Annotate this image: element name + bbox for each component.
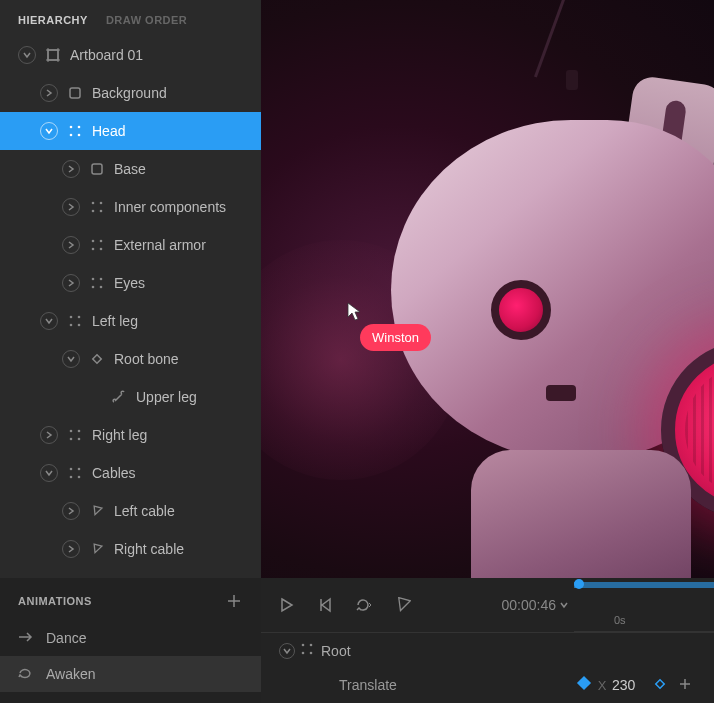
caret-right-icon[interactable] — [40, 84, 58, 102]
canvas-viewport[interactable] — [261, 0, 714, 578]
animation-item-awaken[interactable]: Awaken — [0, 656, 261, 692]
svg-point-18 — [100, 248, 103, 251]
tree-item-left-cable[interactable]: Left cable — [0, 492, 261, 530]
caret-down-icon[interactable] — [279, 643, 295, 659]
skip-start-button[interactable] — [317, 597, 333, 613]
chevron-down-icon — [560, 601, 568, 609]
play-button[interactable] — [279, 597, 295, 613]
tree-label: Eyes — [114, 275, 145, 291]
svg-point-29 — [78, 430, 81, 433]
svg-point-31 — [78, 438, 81, 441]
svg-point-6 — [70, 126, 73, 129]
svg-point-20 — [100, 278, 103, 281]
tree-item-inner-components[interactable]: Inner components — [0, 188, 261, 226]
hierarchy-tree: Artboard 01 Background Head Base Inner c… — [0, 36, 261, 578]
tree-item-right-cable[interactable]: Right cable — [0, 530, 261, 568]
timecode-value: 00:00:46 — [502, 597, 557, 613]
ruler-tick-label: 0s — [614, 614, 626, 626]
svg-point-36 — [302, 644, 305, 647]
tree-item-head[interactable]: Head — [0, 112, 261, 150]
tree-item-artboard[interactable]: Artboard 01 — [0, 36, 261, 74]
svg-point-15 — [92, 240, 95, 243]
animations-title: ANIMATIONS — [18, 595, 92, 607]
caret-down-icon[interactable] — [62, 350, 80, 368]
tree-label: Right cable — [114, 541, 184, 557]
animation-label: Awaken — [46, 666, 96, 682]
svg-point-21 — [92, 286, 95, 289]
translate-x-input[interactable] — [612, 677, 654, 693]
bone-icon — [110, 390, 128, 404]
group-icon — [66, 315, 84, 327]
tree-item-eyes[interactable]: Eyes — [0, 264, 261, 302]
svg-point-12 — [100, 202, 103, 205]
tab-hierarchy[interactable]: HIERARCHY — [18, 14, 88, 26]
tree-item-base[interactable]: Base — [0, 150, 261, 188]
add-keyframe-button[interactable] — [678, 677, 696, 694]
keyframe-toggle-button[interactable] — [654, 678, 672, 693]
svg-point-37 — [310, 644, 313, 647]
path-icon — [88, 542, 106, 556]
svg-point-28 — [70, 430, 73, 433]
axis-x-label: X — [592, 678, 612, 693]
timecode-display[interactable]: 00:00:46 — [502, 597, 569, 613]
animation-item-dance[interactable]: Dance — [0, 620, 261, 656]
loop-icon — [18, 666, 38, 683]
caret-right-icon[interactable] — [62, 160, 80, 178]
loop-button[interactable] — [355, 597, 373, 613]
tree-label: Root bone — [114, 351, 179, 367]
caret-down-icon[interactable] — [40, 122, 58, 140]
caret-right-icon[interactable] — [40, 426, 58, 444]
easing-button[interactable] — [395, 597, 411, 613]
caret-right-icon[interactable] — [62, 502, 80, 520]
tree-item-cables[interactable]: Cables — [0, 454, 261, 492]
svg-point-33 — [78, 468, 81, 471]
scrubber-track — [574, 582, 714, 588]
scrubber-handle[interactable] — [574, 579, 584, 589]
svg-point-26 — [78, 324, 81, 327]
panel-tabs: HIERARCHY DRAW ORDER — [0, 0, 261, 36]
svg-point-34 — [70, 476, 73, 479]
add-animation-button[interactable] — [225, 592, 243, 610]
svg-point-25 — [70, 324, 73, 327]
caret-right-icon[interactable] — [62, 236, 80, 254]
tab-draw-order[interactable]: DRAW ORDER — [106, 14, 187, 26]
animations-header: ANIMATIONS — [0, 578, 261, 620]
timeline-ruler[interactable]: 0s — [574, 610, 714, 632]
svg-rect-27 — [93, 355, 101, 363]
property-row-root[interactable]: Root — [261, 632, 714, 668]
group-icon — [88, 239, 106, 251]
artboard-icon — [44, 48, 62, 62]
tree-item-root-bone[interactable]: Root bone — [0, 340, 261, 378]
tree-label: Left leg — [92, 313, 138, 329]
tree-item-background[interactable]: Background — [0, 74, 261, 112]
svg-point-22 — [100, 286, 103, 289]
caret-right-icon[interactable] — [62, 274, 80, 292]
svg-point-39 — [310, 652, 313, 655]
caret-down-icon[interactable] — [40, 312, 58, 330]
property-label: Root — [321, 643, 696, 659]
tree-item-external-armor[interactable]: External armor — [0, 226, 261, 264]
caret-down-icon[interactable] — [40, 464, 58, 482]
caret-down-icon[interactable] — [18, 46, 36, 64]
timeline-scrubber[interactable]: 0s — [574, 578, 714, 632]
caret-right-icon[interactable] — [62, 540, 80, 558]
tree-label: Inner components — [114, 199, 226, 215]
artwork-robot — [261, 0, 714, 578]
tree-label: Left cable — [114, 503, 175, 519]
rect-icon — [66, 87, 84, 99]
tree-item-left-leg[interactable]: Left leg — [0, 302, 261, 340]
tree-item-right-leg[interactable]: Right leg — [0, 416, 261, 454]
translate-label: Translate — [339, 677, 592, 693]
group-icon — [66, 125, 84, 137]
svg-point-13 — [92, 210, 95, 213]
path-icon — [88, 504, 106, 518]
tree-label: Base — [114, 161, 146, 177]
tree-item-upper-leg[interactable]: Upper leg — [0, 378, 261, 416]
caret-right-icon[interactable] — [62, 198, 80, 216]
svg-point-35 — [78, 476, 81, 479]
timeline-panel: 00:00:46 0s Root Translate X — [261, 578, 714, 703]
group-icon — [88, 277, 106, 289]
group-icon — [301, 643, 313, 658]
svg-point-16 — [100, 240, 103, 243]
svg-rect-40 — [656, 679, 664, 687]
